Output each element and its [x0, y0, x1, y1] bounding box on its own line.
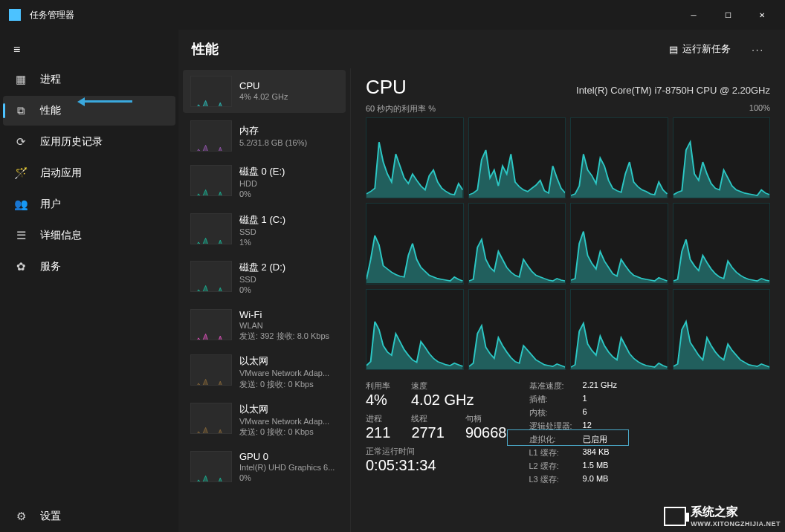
perf-sub1: SSD	[239, 274, 285, 285]
perf-sub1: HDD	[239, 178, 285, 189]
stat-value: 2771	[411, 424, 445, 441]
svg-marker-7	[191, 427, 231, 434]
processes-icon: ▦	[13, 73, 28, 86]
run-icon: ▤	[669, 44, 678, 55]
nav-label: 详细信息	[40, 229, 82, 242]
cpu-core-chart	[673, 117, 771, 198]
more-button[interactable]: ···	[744, 39, 772, 59]
cpu-core-chart	[366, 203, 464, 284]
detail-pane: CPU Intel(R) Core(TM) i7-8750H CPU @ 2.2…	[351, 68, 785, 532]
stat-block: 速度4.02 GHz	[411, 380, 474, 409]
details-icon: ☰	[13, 229, 28, 242]
perf-title: Wi-Fi	[239, 309, 329, 320]
svg-marker-13	[366, 236, 463, 283]
perf-item--[interactable]: 以太网 VMware Network Adap... 发送: 0 接收: 0 K…	[183, 397, 346, 444]
sidebar: ≡ ▦进程 ⧉性能 ⟳应用历史记录 🪄启动应用 👥用户 ☰详细信息 ✿服务 ⚙设…	[0, 30, 178, 532]
perf-item-gpu-0[interactable]: GPU 0 Intel(R) UHD Graphics 6... 0%	[183, 445, 346, 490]
spec-value: 384 KB	[583, 447, 617, 458]
stat-label: 速度	[411, 380, 474, 392]
perf-sub2: 0%	[239, 285, 285, 295]
uptime-value: 0:05:31:34	[366, 457, 507, 474]
perf-sub2: 发送: 0 接收: 0 Kbps	[239, 426, 329, 437]
perf-item--0-e-[interactable]: 磁盘 0 (E:) HDD 0%	[183, 159, 346, 206]
svg-marker-2	[191, 189, 231, 196]
svg-marker-5	[191, 334, 231, 340]
perf-sub2: 0%	[239, 473, 335, 483]
cpu-core-chart	[570, 203, 668, 284]
stat-block: 利用率4%	[366, 380, 390, 409]
perf-sub1: 5.2/31.8 GB (16%)	[239, 137, 307, 148]
watermark-url: WWW.XITONGZHIJIA.NET	[691, 520, 781, 528]
page-title: 性能	[192, 40, 219, 58]
nav-startup[interactable]: 🪄启动应用	[3, 158, 175, 188]
history-icon: ⟳	[13, 135, 28, 149]
cpu-core-chart	[468, 117, 566, 198]
svg-marker-12	[673, 142, 770, 198]
nav-users[interactable]: 👥用户	[3, 189, 175, 219]
perf-sub2: 发送: 0 接收: 0 Kbps	[239, 379, 329, 389]
perf-sub1: 4% 4.02 GHz	[239, 91, 288, 102]
cpu-core-chart	[366, 117, 464, 198]
spec-key: L2 缓存:	[529, 461, 572, 472]
nav-processes[interactable]: ▦进程	[3, 65, 175, 94]
close-button[interactable]: ✕	[745, 0, 779, 30]
annotation-arrow	[80, 100, 132, 103]
perf-title: 以太网	[239, 354, 329, 368]
nav-label: 服务	[40, 260, 61, 273]
spec-value: 9.0 MB	[583, 474, 617, 485]
cpu-core-chart	[468, 203, 566, 284]
perf-title: GPU 0	[239, 451, 335, 462]
stat-value: 211	[366, 424, 390, 441]
nav-app-history[interactable]: ⟳应用历史记录	[3, 127, 175, 157]
hamburger-button[interactable]: ≡	[0, 36, 178, 64]
minimize-button[interactable]: ─	[676, 0, 711, 30]
nav-label: 启动应用	[40, 166, 82, 180]
perf-item-cpu[interactable]: CPU 4% 4.02 GHz	[183, 70, 346, 113]
spec-value: 1	[583, 394, 617, 405]
spec-key: L3 缓存:	[529, 474, 572, 485]
perf-item--1-c-[interactable]: 磁盘 1 (C:) SSD 1%	[183, 207, 346, 254]
cpu-core-chart	[673, 289, 771, 370]
nav-details[interactable]: ☰详细信息	[3, 221, 175, 250]
nav-label: 设置	[40, 510, 61, 523]
spec-key: 虚拟化:	[529, 434, 572, 445]
perf-thumb	[190, 120, 232, 152]
spec-value: 12	[583, 421, 617, 432]
users-icon: 👥	[13, 198, 28, 211]
perf-thumb	[190, 213, 232, 244]
detail-sub: Intel(R) Core(TM) i7-8750H CPU @ 2.20GHz	[576, 85, 770, 96]
perf-thumb	[190, 403, 232, 434]
perf-item--[interactable]: 以太网 VMware Network Adap... 发送: 0 接收: 0 K…	[183, 348, 346, 395]
nav-label: 性能	[40, 104, 61, 117]
spec-value: 6	[583, 407, 617, 418]
perf-sub1: VMware Network Adap...	[239, 416, 329, 426]
svg-marker-8	[191, 476, 231, 482]
watermark-brand: 系统之家	[691, 505, 738, 518]
perf-sub2: 发送: 392 接收: 8.0 Kbps	[239, 331, 329, 341]
stat-label: 利用率	[366, 380, 390, 392]
perf-item--[interactable]: 内存 5.2/31.8 GB (16%)	[183, 114, 346, 158]
spec-value: 1.5 MB	[583, 461, 617, 472]
nav-services[interactable]: ✿服务	[3, 252, 175, 282]
services-icon: ✿	[13, 260, 28, 273]
stat-label: 进程	[366, 413, 390, 424]
cpu-core-chart	[673, 203, 771, 284]
perf-thumb	[190, 309, 232, 340]
perf-sub1: WLAN	[239, 320, 329, 331]
perf-thumb	[190, 165, 232, 196]
nav-performance[interactable]: ⧉性能	[3, 96, 175, 126]
svg-marker-1	[191, 145, 231, 152]
perf-title: 内存	[239, 124, 307, 137]
cpu-core-chart	[570, 289, 668, 370]
cpu-core-chart	[468, 289, 566, 370]
perf-item--2-d-[interactable]: 磁盘 2 (D:) SSD 0%	[183, 255, 346, 302]
stat-label: 线程	[411, 413, 445, 424]
svg-marker-3	[191, 238, 231, 244]
run-task-button[interactable]: ▤运行新任务	[662, 38, 738, 60]
perf-item-wi-fi[interactable]: Wi-Fi WLAN 发送: 392 接收: 8.0 Kbps	[183, 303, 346, 348]
stat-block: 线程2771	[411, 413, 445, 441]
spec-key: 基准速度:	[529, 380, 572, 392]
spec-value: 已启用	[583, 434, 617, 445]
nav-settings[interactable]: ⚙设置	[3, 502, 175, 531]
maximize-button[interactable]: ☐	[711, 0, 745, 30]
